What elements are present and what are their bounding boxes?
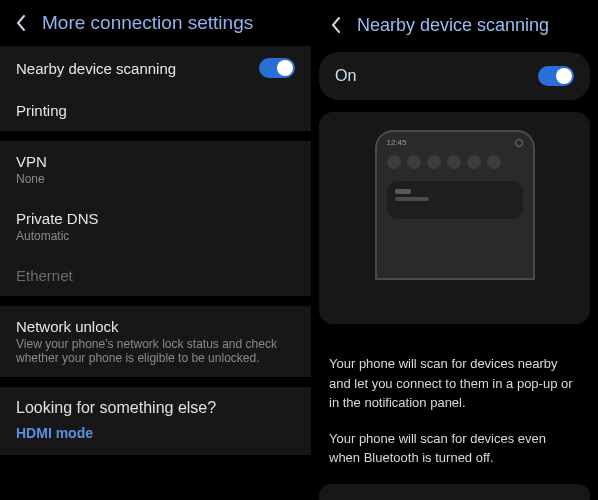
description: Your phone will scan for devices nearby …	[311, 324, 598, 468]
row-ethernet: Ethernet	[0, 255, 311, 296]
back-button[interactable]	[10, 12, 32, 34]
illustration-time: 12:45	[387, 138, 407, 147]
row-private-dns[interactable]: Private DNS Automatic	[0, 198, 311, 255]
chevron-left-icon	[330, 16, 342, 34]
row-label: Ethernet	[16, 267, 73, 284]
phone-illustration: 12:45	[375, 130, 535, 280]
status-label: On	[335, 67, 356, 85]
illustration-card: 12:45	[319, 112, 590, 324]
group-connectivity: Nearby device scanning Printing	[0, 46, 311, 131]
row-label: Network unlock	[16, 318, 119, 335]
back-button[interactable]	[325, 14, 347, 36]
more-connection-settings-screen: More connection settings Nearby device s…	[0, 0, 311, 500]
row-vpn[interactable]: VPN None	[0, 141, 311, 198]
row-label: Private DNS	[16, 210, 99, 227]
chevron-left-icon	[15, 14, 27, 32]
group-net-unlock: Network unlock View your phone's network…	[0, 306, 311, 377]
page-title: More connection settings	[42, 12, 253, 34]
notification-mockup	[387, 181, 523, 219]
header: Nearby device scanning	[311, 0, 598, 52]
page-title: Nearby device scanning	[357, 15, 549, 36]
gear-icon	[515, 139, 523, 147]
row-printing[interactable]: Printing	[0, 90, 311, 131]
row-sub: None	[16, 172, 45, 186]
row-label: Printing	[16, 102, 67, 119]
nearby-scanning-toggle[interactable]	[259, 58, 295, 78]
group-network: VPN None Private DNS Automatic Ethernet	[0, 141, 311, 296]
desc-paragraph: Your phone will scan for devices even wh…	[329, 429, 580, 468]
header: More connection settings	[0, 0, 311, 46]
group-looking: Looking for something else? HDMI mode	[0, 387, 311, 455]
row-label: Nearby device scanning	[16, 60, 176, 77]
desc-paragraph: Your phone will scan for devices nearby …	[329, 354, 580, 413]
looking-heading: Looking for something else?	[0, 395, 311, 423]
row-network-unlock[interactable]: Network unlock View your phone's network…	[0, 306, 311, 377]
row-about-nearby[interactable]: About Nearby device scanning	[319, 484, 590, 501]
row-nearby-scanning[interactable]: Nearby device scanning	[0, 46, 311, 90]
status-toggle-row[interactable]: On	[319, 52, 590, 100]
quick-settings-dots	[377, 151, 533, 177]
row-sub: Automatic	[16, 229, 69, 243]
nearby-scanning-toggle[interactable]	[538, 66, 574, 86]
nearby-device-scanning-screen: Nearby device scanning On 12:45 Your pho…	[311, 0, 598, 500]
row-label: VPN	[16, 153, 47, 170]
hdmi-mode-link[interactable]: HDMI mode	[0, 423, 311, 455]
row-sub: View your phone's network lock status an…	[16, 337, 295, 365]
